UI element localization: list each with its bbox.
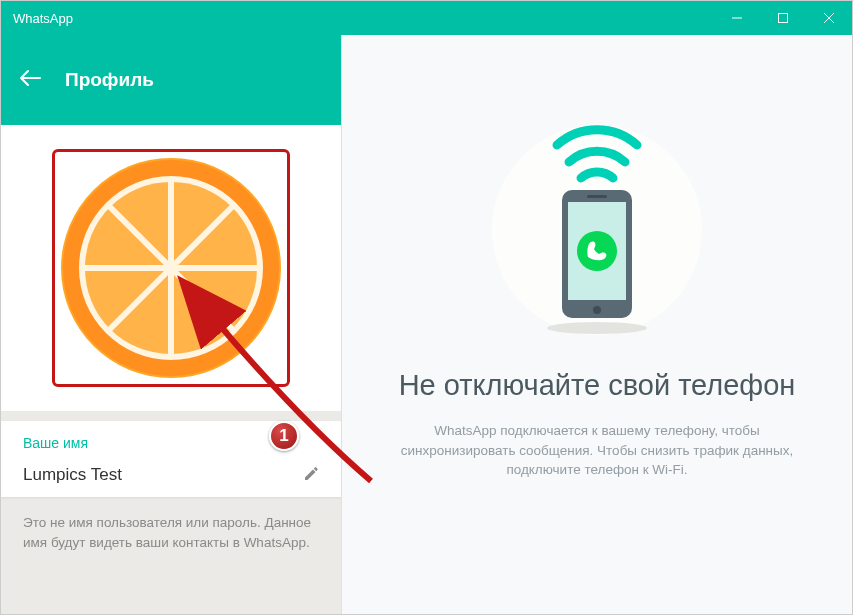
edit-name-button[interactable]	[303, 466, 319, 485]
svg-point-17	[577, 231, 617, 271]
svg-rect-19	[587, 195, 607, 198]
profile-name-description: Это не имя пользователя или пароль. Данн…	[1, 497, 341, 552]
profile-name-label: Ваше имя	[23, 435, 319, 451]
window-close-button[interactable]	[806, 1, 852, 35]
window-minimize-button[interactable]	[714, 1, 760, 35]
welcome-description: WhatsApp подключается к вашему телефону,…	[387, 421, 807, 480]
avatar-section	[1, 125, 341, 411]
window-title: WhatsApp	[13, 11, 73, 26]
keep-phone-connected-illustration	[457, 95, 737, 335]
svg-rect-1	[779, 14, 788, 23]
avatar-highlight-annotation	[52, 149, 290, 387]
profile-header: Профиль	[1, 35, 341, 125]
svg-point-20	[547, 322, 647, 334]
profile-name-section: Ваше имя Lumpics Test	[1, 421, 341, 497]
welcome-heading: Не отключайте свой телефон	[399, 367, 796, 403]
welcome-panel: Не отключайте свой телефон WhatsApp подк…	[341, 35, 852, 614]
window-titlebar: WhatsApp	[1, 1, 852, 35]
orange-slice-icon	[61, 158, 281, 378]
back-arrow-icon[interactable]	[19, 69, 41, 91]
window-maximize-button[interactable]	[760, 1, 806, 35]
profile-title: Профиль	[65, 69, 154, 91]
profile-panel: Профиль	[1, 35, 341, 614]
maximize-icon	[778, 13, 788, 23]
profile-avatar[interactable]	[61, 158, 281, 378]
pencil-icon	[303, 466, 319, 482]
profile-name-value: Lumpics Test	[23, 465, 122, 485]
close-icon	[824, 13, 834, 23]
minimize-icon	[732, 13, 742, 23]
svg-point-18	[593, 306, 601, 314]
